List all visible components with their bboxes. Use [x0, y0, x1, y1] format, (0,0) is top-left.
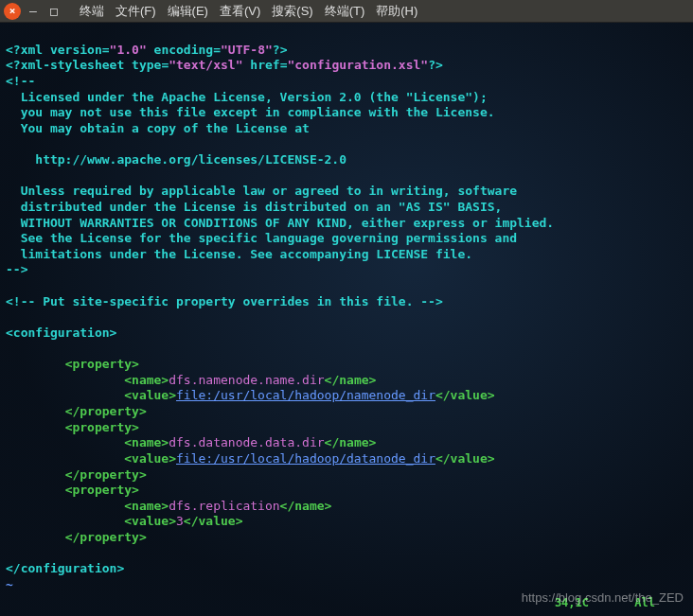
- license-line: Licensed under the Apache License, Versi…: [6, 90, 488, 104]
- license-line: See the License for the specific languag…: [6, 231, 517, 245]
- menu-help[interactable]: 帮助(H): [372, 1, 421, 22]
- license-url: http://www.apache.org/licenses/LICENSE-2…: [6, 152, 346, 167]
- menu-bar: 终端 文件(F) 编辑(E) 查看(V) 搜索(S) 终端(T) 帮助(H): [76, 1, 421, 22]
- configuration-close: </configuration>: [6, 561, 124, 575]
- license-comment-open: <!--: [6, 74, 35, 88]
- property-block: <property> <name>dfs.datanode.data.dir</…: [6, 420, 495, 482]
- menu-terminal-label[interactable]: 终端: [76, 1, 108, 22]
- window-controls: × — □: [4, 3, 62, 20]
- minimize-button[interactable]: —: [25, 3, 42, 20]
- menu-search[interactable]: 搜索(S): [268, 1, 316, 22]
- configuration-open: <configuration>: [6, 326, 116, 340]
- license-line: WITHOUT WARRANTIES OR CONDITIONS OF ANY …: [6, 216, 554, 230]
- window-titlebar: × — □ 终端 文件(F) 编辑(E) 查看(V) 搜索(S) 终端(T) 帮…: [0, 0, 693, 23]
- watermark: https://blog.csdn.net/the_ZED: [522, 590, 684, 607]
- menu-file[interactable]: 文件(F): [112, 1, 160, 22]
- site-comment: <!-- Put site-specific property override…: [6, 294, 443, 308]
- xml-stylesheet: <?xml-stylesheet type="text/xsl" href="c…: [6, 58, 443, 72]
- vim-tilde: ~: [6, 577, 13, 591]
- vim-scroll-status: All: [634, 596, 655, 610]
- terminal-content[interactable]: <?xml version="1.0" encoding="UTF-8"?> <…: [0, 23, 693, 616]
- menu-terminal[interactable]: 终端(T): [321, 1, 369, 22]
- property-block: <property> <name>dfs.namenode.name.dir</…: [6, 357, 495, 418]
- menu-view[interactable]: 查看(V): [216, 1, 264, 22]
- menu-edit[interactable]: 编辑(E): [164, 1, 212, 22]
- license-line: you may not use this file except in comp…: [6, 105, 495, 119]
- vim-cursor-position: 34,1C: [555, 596, 589, 610]
- license-line: Unless required by applicable law or agr…: [6, 184, 517, 198]
- xml-decl: <?xml version="1.0" encoding="UTF-8"?>: [6, 43, 287, 57]
- license-line: distributed under the License is distrib…: [6, 200, 502, 214]
- maximize-button[interactable]: □: [45, 3, 62, 20]
- property-block: <property> <name>dfs.replication</name> …: [6, 483, 331, 544]
- license-line: limitations under the License. See accom…: [6, 247, 472, 261]
- close-button[interactable]: ×: [4, 3, 21, 20]
- license-line: You may obtain a copy of the License at: [6, 121, 310, 135]
- license-comment-close: -->: [6, 262, 27, 276]
